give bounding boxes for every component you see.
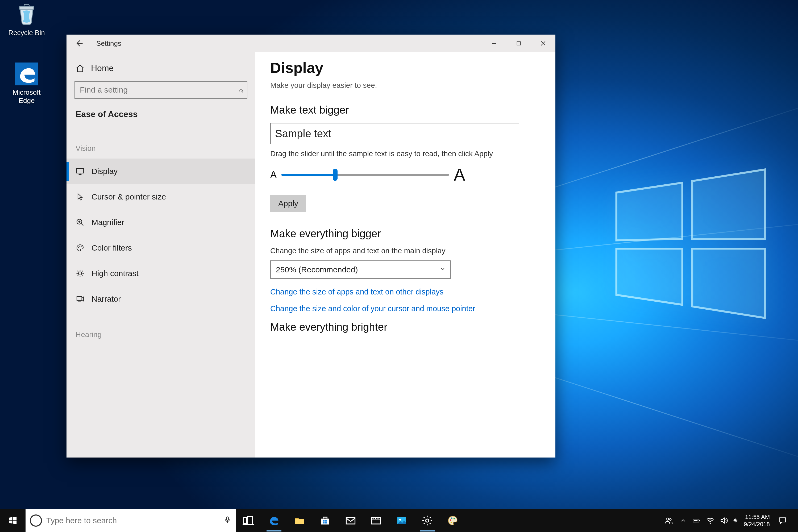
- display-scale-dropdown[interactable]: 250% (Recommended): [270, 261, 451, 279]
- taskbar-search[interactable]: [25, 509, 236, 532]
- folder-icon: [294, 515, 305, 527]
- taskbar: ✷ 11:55 AM 9/24/2018: [0, 509, 798, 532]
- text-size-slider[interactable]: [281, 174, 449, 176]
- svg-rect-33: [325, 522, 327, 524]
- section-make-text-bigger: Make text bigger: [270, 104, 540, 116]
- task-view-icon: [243, 515, 254, 527]
- link-other-displays[interactable]: Change the size of apps and text on othe…: [270, 288, 540, 296]
- svg-point-14: [78, 272, 82, 275]
- svg-rect-32: [323, 522, 325, 524]
- tray-location-indicator[interactable]: ✷: [732, 509, 738, 532]
- settings-window: Settings Home ⌕ Ease of Access Vision: [66, 35, 555, 457]
- taskbar-app-settings[interactable]: [414, 509, 440, 532]
- svg-point-42: [451, 522, 452, 523]
- taskbar-app-movies[interactable]: [363, 509, 389, 532]
- svg-line-19: [77, 271, 78, 271]
- svg-line-21: [77, 275, 78, 276]
- arrow-left-icon: [75, 39, 83, 48]
- taskbar-app-mail[interactable]: [338, 509, 363, 532]
- back-button[interactable]: [73, 37, 85, 50]
- settings-search[interactable]: ⌕: [75, 81, 247, 99]
- tray-battery[interactable]: [690, 509, 702, 532]
- link-cursor-settings[interactable]: Change the size and color of your cursor…: [270, 304, 540, 313]
- minimize-button[interactable]: [482, 35, 507, 52]
- svg-point-40: [451, 517, 453, 519]
- taskbar-app-file-explorer[interactable]: [287, 509, 312, 532]
- desktop-icon-recycle-bin[interactable]: Recycle Bin: [5, 2, 48, 37]
- svg-point-38: [425, 519, 429, 522]
- nav-item-label: Display: [92, 167, 118, 176]
- nav-item-magnifier[interactable]: Magnifier: [66, 210, 255, 235]
- slider-label-small: A: [270, 169, 277, 180]
- microphone-icon[interactable]: [224, 516, 231, 526]
- taskbar-app-paint[interactable]: [440, 509, 466, 532]
- taskbar-app-photos[interactable]: [389, 509, 414, 532]
- windows-logo-icon: [8, 515, 18, 526]
- apply-button[interactable]: Apply: [270, 195, 306, 212]
- tray-people[interactable]: [661, 509, 676, 532]
- wifi-icon: [706, 516, 715, 525]
- system-tray: ✷ 11:55 AM 9/24/2018: [658, 509, 798, 532]
- desktop-icon-label: Recycle Bin: [5, 29, 48, 37]
- svg-point-39: [450, 519, 451, 521]
- sidebar-category: Ease of Access: [75, 108, 247, 126]
- nav-item-label: Narrator: [92, 294, 121, 304]
- svg-rect-31: [325, 520, 327, 521]
- tray-volume[interactable]: [718, 509, 730, 532]
- svg-rect-34: [346, 518, 355, 524]
- nav-item-cursor[interactable]: Cursor & pointer size: [66, 184, 255, 210]
- nav-item-label: Cursor & pointer size: [92, 192, 166, 201]
- start-button[interactable]: [0, 509, 25, 532]
- home-icon: [76, 64, 84, 73]
- settings-content: Display Make your display easier to see.…: [255, 52, 555, 457]
- svg-point-43: [666, 518, 668, 520]
- svg-point-12: [79, 246, 80, 247]
- slider-thumb[interactable]: [333, 169, 338, 181]
- nav-item-high-contrast[interactable]: High contrast: [66, 261, 255, 286]
- apply-button-label: Apply: [278, 199, 298, 208]
- text-size-slider-row: A A: [270, 165, 540, 185]
- slider-label-large: A: [454, 165, 465, 185]
- svg-point-11: [78, 247, 79, 248]
- photos-icon: [396, 515, 407, 527]
- sidebar-group-hearing: Hearing: [75, 312, 247, 345]
- svg-line-20: [82, 275, 83, 276]
- taskbar-clock[interactable]: 11:55 AM 9/24/2018: [741, 513, 773, 528]
- taskbar-search-input[interactable]: [46, 516, 219, 525]
- nav-item-label: Magnifier: [92, 218, 124, 227]
- nav-item-display[interactable]: Display: [66, 158, 255, 184]
- settings-search-input[interactable]: [80, 86, 239, 94]
- brightness-icon: [76, 269, 84, 278]
- nav-home[interactable]: Home: [75, 60, 247, 81]
- action-center-button[interactable]: [775, 516, 790, 525]
- nav-item-color-filters[interactable]: Color filters: [66, 235, 255, 261]
- svg-rect-30: [323, 520, 325, 521]
- taskbar-app-edge[interactable]: [261, 509, 287, 532]
- gear-icon: [421, 515, 433, 527]
- svg-rect-46: [699, 520, 700, 521]
- tray-overflow[interactable]: [678, 509, 688, 532]
- section-make-everything-bigger: Make everything bigger: [270, 228, 540, 240]
- page-title: Display: [270, 59, 540, 76]
- nav-item-narrator[interactable]: Narrator: [66, 286, 255, 312]
- settings-sidebar: Home ⌕ Ease of Access Vision Display Cur…: [66, 52, 255, 457]
- background-windows-logo: [596, 159, 782, 324]
- movies-icon: [370, 515, 382, 527]
- chevron-down-icon: [440, 266, 445, 273]
- mail-icon: [345, 515, 357, 527]
- taskbar-app-store[interactable]: [312, 509, 338, 532]
- chevron-up-icon: [680, 518, 686, 524]
- svg-rect-4: [77, 168, 84, 173]
- maximize-button[interactable]: [507, 35, 531, 52]
- close-button[interactable]: [531, 35, 555, 52]
- task-view-button[interactable]: [236, 509, 261, 532]
- svg-point-44: [669, 518, 671, 520]
- svg-rect-47: [694, 520, 698, 521]
- dropdown-value: 250% (Recommended): [276, 265, 358, 274]
- desktop-icon-label: Microsoft Edge: [5, 88, 48, 105]
- recycle-bin-icon: [14, 2, 39, 27]
- svg-point-41: [454, 518, 455, 519]
- desktop-icon-edge[interactable]: Microsoft Edge: [5, 61, 48, 105]
- tray-wifi[interactable]: [704, 509, 716, 532]
- svg-line-8: [81, 224, 83, 226]
